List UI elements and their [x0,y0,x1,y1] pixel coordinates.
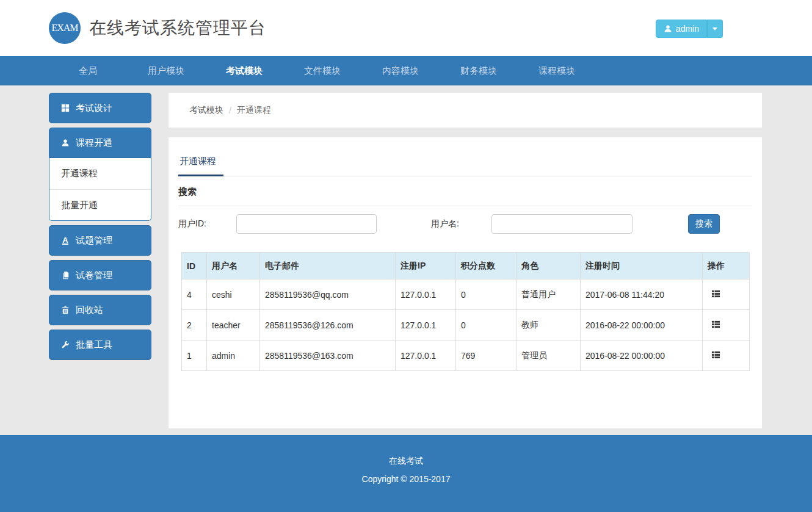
nav-item-finance-module[interactable]: 财务模块 [440,56,518,85]
cell-role: 管理员 [517,341,581,371]
user-icon [664,24,672,33]
sidebar-item-label: 考试设计 [76,103,112,114]
nav-item-course-module[interactable]: 课程模块 [518,56,596,85]
cell-id: 1 [182,341,207,371]
sidebar-item-course-open[interactable]: 课程开通 [49,128,151,158]
nav-item-global[interactable]: 全局 [49,56,127,85]
cell-role: 普通用户 [517,279,581,310]
col-header-id: ID [182,253,207,279]
table-row: 4 ceshi 2858119536@qq.com 127.0.0.1 0 普通… [182,279,750,310]
row-actions-icon[interactable] [711,289,720,298]
breadcrumb-current: 开通课程 [237,105,271,116]
wrench-icon [60,341,70,349]
tab-bar: 开通课程 [178,148,752,176]
search-section-title: 搜索 [178,186,752,206]
cell-username: teacher [207,310,260,341]
trash-icon [60,306,70,314]
sidebar-item-label: 课程开通 [76,137,112,149]
nav-item-content-module[interactable]: 内容模块 [361,56,440,85]
cell-email: 2858119536@126.com [260,310,396,341]
search-form: 用户ID: 用户名: 搜索 [178,214,752,234]
nav-item-file-module[interactable]: 文件模块 [283,56,361,85]
cell-username: admin [207,341,260,371]
username-label: 用户名: [431,218,491,229]
tab-open-course[interactable]: 开通课程 [178,148,223,176]
sidebar-group-course-open: 课程开通 开通课程 批量开通 [49,128,151,221]
search-button[interactable]: 搜索 [688,214,720,234]
cell-email: 2858119536@qq.com [260,279,396,310]
cell-email: 2858119536@163.com [260,341,396,371]
sidebar-subitem-batch-open[interactable]: 批量开通 [49,189,151,220]
col-header-actions: 操作 [703,253,750,279]
cell-username: ceshi [207,279,260,310]
breadcrumb: 考试模块 / 开通课程 [169,93,762,128]
user-dropdown-toggle[interactable] [707,20,723,38]
footer-copyright: Copyright © 2015-2017 [0,474,812,484]
row-actions-icon[interactable] [711,320,720,329]
col-header-username: 用户名 [207,253,260,279]
cell-points: 0 [456,279,517,310]
cell-regtime: 2016-08-22 00:00:00 [581,310,703,341]
nav-item-user-module[interactable]: 用户模块 [127,56,205,85]
user-id-label: 用户ID: [178,218,236,229]
breadcrumb-separator: / [229,106,231,115]
main-panel: 开通课程 搜索 用户ID: 用户名: 搜索 [169,137,762,428]
sidebar: 考试设计 课程开通 开通课程 批量开通 A 试题管理 [49,93,151,428]
sidebar-subitem-open-course[interactable]: 开通课程 [49,158,151,189]
main-navbar: 全局 用户模块 考试模块 文件模块 内容模块 财务模块 课程模块 [0,56,812,85]
footer-site-name: 在线考试 [0,456,812,467]
table-row: 2 teacher 2858119536@126.com 127.0.0.1 0… [182,310,750,341]
cell-id: 2 [182,310,207,341]
copy-icon [60,271,70,279]
grid-icon [60,104,70,112]
sidebar-item-label: 批量工具 [76,339,112,351]
app-logo: EXAM [49,12,81,44]
col-header-regtime: 注册时间 [581,253,703,279]
user-button[interactable]: admin [656,20,707,38]
col-header-ip: 注册IP [396,253,456,279]
cell-points: 769 [456,341,517,371]
col-header-role: 角色 [517,253,581,279]
users-table: ID 用户名 电子邮件 注册IP 积分点数 角色 注册时间 操作 4 [181,252,750,371]
sidebar-item-paper-management[interactable]: 试卷管理 [49,260,151,290]
nav-item-exam-module[interactable]: 考试模块 [205,56,283,85]
app-header: EXAM 在线考试系统管理平台 admin [0,0,812,56]
user-id-input[interactable] [236,214,377,234]
sidebar-item-batch-tools[interactable]: 批量工具 [49,330,151,360]
sidebar-item-question-management[interactable]: A 试题管理 [49,225,151,256]
sidebar-item-label: 回收站 [76,305,103,316]
cell-ip: 127.0.0.1 [396,310,456,341]
col-header-email: 电子邮件 [260,253,396,279]
sidebar-item-label: 试题管理 [76,235,112,247]
cell-role: 教师 [517,310,581,341]
username-input[interactable] [491,214,633,234]
page-title: 在线考试系统管理平台 [89,16,266,40]
font-icon: A [60,237,70,245]
sidebar-item-label: 试卷管理 [76,270,112,281]
cell-id: 4 [182,279,207,310]
table-header-row: ID 用户名 电子邮件 注册IP 积分点数 角色 注册时间 操作 [182,253,750,279]
cell-regtime: 2017-06-08 11:44:20 [581,279,703,310]
caret-down-icon [712,27,717,31]
sidebar-item-exam-design[interactable]: 考试设计 [49,93,151,123]
user-icon [60,139,70,147]
row-actions-icon[interactable] [711,350,720,359]
cell-points: 0 [456,310,517,341]
logo-text: EXAM [51,23,78,34]
cell-regtime: 2016-08-22 00:00:00 [581,341,703,371]
cell-ip: 127.0.0.1 [396,341,456,371]
user-button-label: admin [676,24,699,34]
sidebar-item-recycle-bin[interactable]: 回收站 [49,295,151,325]
user-menu: admin [656,20,723,38]
breadcrumb-parent[interactable]: 考试模块 [189,105,223,116]
sidebar-submenu: 开通课程 批量开通 [49,158,151,221]
col-header-points: 积分点数 [456,253,517,279]
page-footer: 在线考试 Copyright © 2015-2017 [0,435,812,512]
cell-ip: 127.0.0.1 [396,279,456,310]
table-row: 1 admin 2858119536@163.com 127.0.0.1 769… [182,341,750,371]
